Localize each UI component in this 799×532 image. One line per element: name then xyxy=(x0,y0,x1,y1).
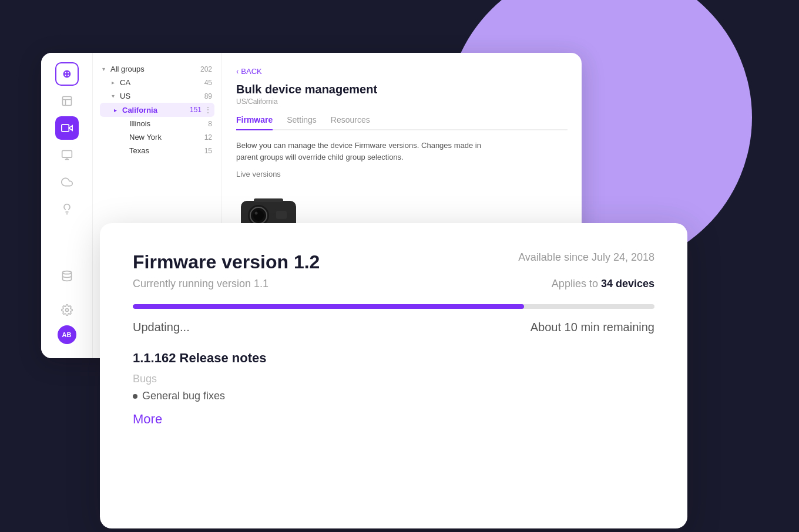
firmware-header: Firmware version 1.2 Available since Jul… xyxy=(133,251,654,273)
updating-label: Updating... xyxy=(133,321,190,334)
arrow-icon: ▾ xyxy=(112,93,118,99)
back-arrow-icon: ‹ xyxy=(236,67,239,76)
tab-description: Below you can manage the device Firmware… xyxy=(236,140,483,163)
back-button[interactable]: ‹ BACK xyxy=(236,67,568,76)
bulb-icon[interactable] xyxy=(55,197,79,221)
running-version: Currently running version 1.1 xyxy=(133,278,268,290)
user-avatar[interactable]: AB xyxy=(58,325,76,344)
svg-point-10 xyxy=(65,309,68,312)
group-us[interactable]: ▾ US 89 xyxy=(100,89,214,103)
camera-nav-icon[interactable] xyxy=(55,116,79,140)
more-link[interactable]: More xyxy=(133,412,654,427)
progress-bar-fill xyxy=(133,304,524,309)
book-icon[interactable] xyxy=(55,89,79,113)
arrow-icon: ▸ xyxy=(114,107,120,113)
svg-point-15 xyxy=(253,210,264,221)
monitor-icon[interactable] xyxy=(55,143,79,167)
cloud-icon[interactable] xyxy=(55,170,79,194)
svg-rect-3 xyxy=(61,124,69,132)
firmware-version: Firmware version 1.2 xyxy=(133,251,320,273)
bullet-icon xyxy=(133,394,137,399)
arrow-icon: ▾ xyxy=(102,66,108,72)
group-illinois[interactable]: Illinois 8 xyxy=(100,117,214,130)
available-since: Available since July 24, 2018 xyxy=(518,251,654,264)
svg-point-9 xyxy=(62,271,71,274)
bug-item: General bug fixes xyxy=(133,390,654,402)
progress-labels: Updating... About 10 min remaining xyxy=(133,321,654,334)
page-title: Bulk device management xyxy=(236,83,568,96)
tab-firmware[interactable]: Firmware xyxy=(236,115,273,130)
group-all[interactable]: ▾ All groups 202 xyxy=(100,62,214,76)
firmware-sub-row: Currently running version 1.1 Applies to… xyxy=(133,278,654,290)
progress-bar-container xyxy=(133,304,654,309)
group-texas[interactable]: Texas 15 xyxy=(100,144,214,157)
release-notes-title: 1.1.162 Release notes xyxy=(133,351,654,366)
group-newyork[interactable]: New York 12 xyxy=(100,130,214,144)
remaining-label: About 10 min remaining xyxy=(531,321,654,334)
bugs-label: Bugs xyxy=(133,373,654,385)
breadcrumb: US/California xyxy=(236,97,568,106)
gear-icon[interactable] xyxy=(55,298,79,322)
svg-rect-17 xyxy=(276,211,287,219)
group-ca[interactable]: ▸ CA 45 xyxy=(100,76,214,89)
applies-to: Applies to 34 devices xyxy=(552,278,654,290)
logo-icon[interactable]: ⊕ xyxy=(55,62,79,86)
applies-to-prefix: Applies to xyxy=(552,278,601,289)
firmware-update-card: Firmware version 1.2 Available since Jul… xyxy=(100,223,687,528)
tabs-container: Firmware Settings Resources xyxy=(236,115,568,130)
tab-settings[interactable]: Settings xyxy=(287,115,317,130)
database-icon[interactable] xyxy=(55,264,79,288)
tab-resources[interactable]: Resources xyxy=(331,115,370,130)
group-california[interactable]: ▸ California 151 ⋮ xyxy=(100,103,214,117)
svg-rect-4 xyxy=(62,151,72,158)
main-scene: ⊕ xyxy=(24,53,776,493)
arrow-icon: ▸ xyxy=(112,79,118,86)
applies-to-count: 34 devices xyxy=(601,278,654,289)
sidebar: ⊕ xyxy=(41,53,93,358)
svg-point-16 xyxy=(255,212,258,215)
svg-rect-0 xyxy=(62,97,71,106)
bug-item-text: General bug fixes xyxy=(142,390,225,402)
svg-rect-18 xyxy=(254,198,283,202)
live-versions-label: Live versions xyxy=(236,170,568,179)
group-more-btn[interactable]: ⋮ xyxy=(204,105,212,115)
